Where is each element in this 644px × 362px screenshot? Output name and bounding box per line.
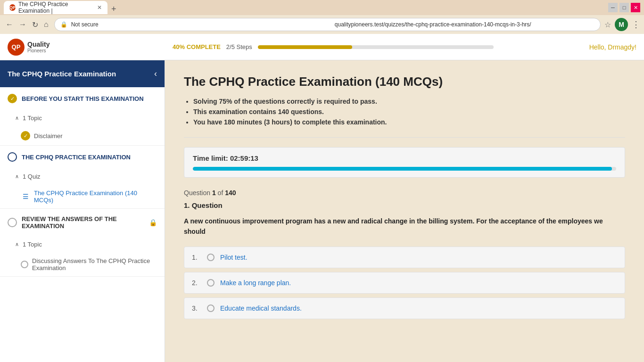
question-total: 140: [225, 189, 236, 197]
reload-button[interactable]: ↻: [30, 19, 40, 30]
exam-sub-label: 1 Quiz: [23, 173, 41, 180]
before-check-icon: ✓: [8, 94, 17, 103]
before-sub-item[interactable]: ∧ 1 Topic: [0, 110, 165, 126]
disclaimer-item[interactable]: ✓ Disclaimer: [0, 126, 165, 145]
exam-circle-icon: [8, 152, 17, 162]
app-container: QP Quality Pioneers 40% COMPLETE 2/5 Ste…: [0, 34, 644, 362]
option-text-3: Educate medical standards.: [220, 304, 302, 312]
review-section-label: REVIEW THE ANSWERS OF THE EXAMINATION: [22, 215, 144, 230]
sidebar-title: The CPHQ Practice Examination: [8, 70, 116, 78]
title-bar: QP The CPHQ Practice Examination | ✕ + ─…: [0, 0, 644, 15]
discuss-label: Discussing Answers To The CPHQ Practice …: [32, 257, 157, 272]
before-sub-label: 1 Topic: [23, 115, 42, 122]
bullet-list: Solving 75% of the questions correctly i…: [184, 98, 625, 126]
discuss-item[interactable]: Discussing Answers To The CPHQ Practice …: [0, 253, 165, 276]
answer-option-1[interactable]: 1. Pilot test.: [184, 247, 625, 268]
before-sub-arrow: ∧: [15, 115, 19, 121]
exam-section-header[interactable]: THE CPHQ PRACTICE EXAMINATION: [0, 146, 165, 168]
review-sub-item[interactable]: ∧ 1 Topic: [0, 236, 165, 253]
url-full: qualitypioneers.test/quizzes/the-cphq-pr…: [335, 21, 594, 28]
answer-option-3[interactable]: 3. Educate medical standards.: [184, 297, 625, 319]
before-section-header[interactable]: ✓ BEFORE YOU START THIS EXAMINATION: [0, 87, 165, 110]
sidebar-chevron-icon: ‹: [154, 69, 157, 79]
progress-area: 40% COMPLETE 2/5 Steps: [173, 43, 580, 50]
option-radio-1[interactable]: [207, 254, 215, 261]
bookmark-icon[interactable]: ☆: [604, 20, 611, 29]
exam-sub-item[interactable]: ∧ 1 Quiz: [0, 168, 165, 185]
back-button[interactable]: ←: [4, 19, 15, 30]
disclaimer-check-icon: ✓: [21, 131, 30, 140]
question-text: A new continuous improvement program has…: [184, 216, 625, 237]
review-sub-arrow: ∧: [15, 241, 19, 247]
tab-area: QP The CPHQ Practice Examination | ✕ +: [4, 1, 608, 14]
timer-box: Time limit: 02:59:13: [184, 147, 625, 178]
new-tab-button[interactable]: +: [107, 4, 120, 14]
progress-steps: 2/5 Steps: [226, 43, 252, 50]
disclaimer-label: Disclaimer: [34, 132, 63, 140]
answer-option-2[interactable]: 2. Make a long range plan.: [184, 272, 625, 294]
bullet-item-1: Solving 75% of the questions correctly i…: [193, 98, 625, 105]
divider: [184, 137, 625, 138]
address-bar: ← → ↻ ⌂ 🔒 Not secure qualitypioneers.tes…: [0, 15, 644, 34]
quiz-link-item[interactable]: ☰ The CPHQ Practice Examination (140 MCQ…: [0, 185, 165, 208]
timer-bar-fill: [193, 167, 612, 171]
logo-area: QP Quality Pioneers: [8, 39, 173, 56]
user-avatar[interactable]: M: [615, 18, 628, 31]
tab-close-button[interactable]: ✕: [97, 4, 102, 11]
question-title: 1. Question: [184, 201, 625, 209]
question-meta: Question 1 of 140: [184, 189, 625, 197]
close-button[interactable]: ✕: [631, 3, 640, 12]
logo-icon: QP: [8, 39, 25, 56]
logo-text-area: Quality Pioneers: [27, 41, 50, 53]
before-section-label: BEFORE YOU START THIS EXAMINATION: [22, 95, 144, 102]
progress-bar-container: [258, 45, 494, 49]
active-tab[interactable]: QP The CPHQ Practice Examination | ✕: [4, 1, 107, 14]
url-text: Not secure: [71, 21, 331, 28]
top-bar: QP Quality Pioneers 40% COMPLETE 2/5 Ste…: [0, 34, 644, 60]
progress-bar-fill: [258, 45, 352, 49]
review-sub-label: 1 Topic: [23, 241, 42, 248]
window-controls: ─ □ ✕: [608, 3, 640, 12]
timer-bar-container: [193, 167, 616, 171]
hello-text: Hello, Drmagdy!: [580, 43, 636, 51]
home-button[interactable]: ⌂: [42, 19, 50, 30]
sidebar: The CPHQ Practice Examination ‹ ✓ BEFORE…: [0, 60, 165, 362]
sidebar-section-before: ✓ BEFORE YOU START THIS EXAMINATION ∧ 1 …: [0, 87, 165, 146]
review-lock-icon: 🔒: [149, 219, 157, 226]
option-text-1: Pilot test.: [220, 254, 248, 261]
nav-buttons: ← → ↻ ⌂: [4, 19, 50, 30]
option-radio-2[interactable]: [207, 279, 215, 287]
content-area: The CPHQ Practice Examination (140 MCQs)…: [165, 60, 644, 362]
sidebar-section-review: REVIEW THE ANSWERS OF THE EXAMINATION 🔒 …: [0, 209, 165, 277]
option-number-2: 2.: [192, 279, 201, 287]
sidebar-section-exam: THE CPHQ PRACTICE EXAMINATION ∧ 1 Quiz ☰…: [0, 146, 165, 209]
exam-section-label: THE CPHQ PRACTICE EXAMINATION: [22, 154, 131, 161]
review-circle-icon: [8, 218, 17, 227]
quiz-link-icon: ☰: [21, 192, 30, 201]
logo-main: Quality: [27, 41, 50, 48]
menu-icon[interactable]: ⋮: [632, 19, 640, 30]
minimize-button[interactable]: ─: [608, 3, 618, 12]
maximize-button[interactable]: □: [619, 3, 629, 12]
discuss-radio-icon: [21, 261, 28, 268]
url-bar[interactable]: 🔒 Not secure qualitypioneers.test/quizze…: [54, 18, 601, 31]
option-number-1: 1.: [192, 254, 201, 261]
tab-favicon: QP: [9, 4, 16, 11]
review-section-header[interactable]: REVIEW THE ANSWERS OF THE EXAMINATION 🔒: [0, 209, 165, 236]
option-text-2: Make a long range plan.: [220, 279, 291, 287]
main-layout: The CPHQ Practice Examination ‹ ✓ BEFORE…: [0, 60, 644, 362]
exam-title: The CPHQ Practice Examination (140 MCQs): [184, 74, 625, 89]
logo-sub: Pioneers: [27, 48, 50, 53]
exam-sub-arrow: ∧: [15, 173, 19, 180]
tab-title: The CPHQ Practice Examination |: [18, 1, 91, 14]
option-radio-3[interactable]: [207, 304, 215, 312]
bullet-item-2: This examination contains 140 questions.: [193, 108, 625, 115]
lock-icon: 🔒: [60, 21, 67, 28]
progress-label: 40% COMPLETE: [173, 43, 221, 50]
option-number-3: 3.: [192, 304, 201, 312]
bullet-item-3: You have 180 minutes (3 hours) to comple…: [193, 118, 625, 126]
quiz-link-label: The CPHQ Practice Examination (140 MCQs): [34, 189, 157, 204]
forward-button[interactable]: →: [17, 19, 28, 30]
timer-label: Time limit: 02:59:13: [193, 154, 616, 162]
sidebar-header[interactable]: The CPHQ Practice Examination ‹: [0, 60, 165, 87]
